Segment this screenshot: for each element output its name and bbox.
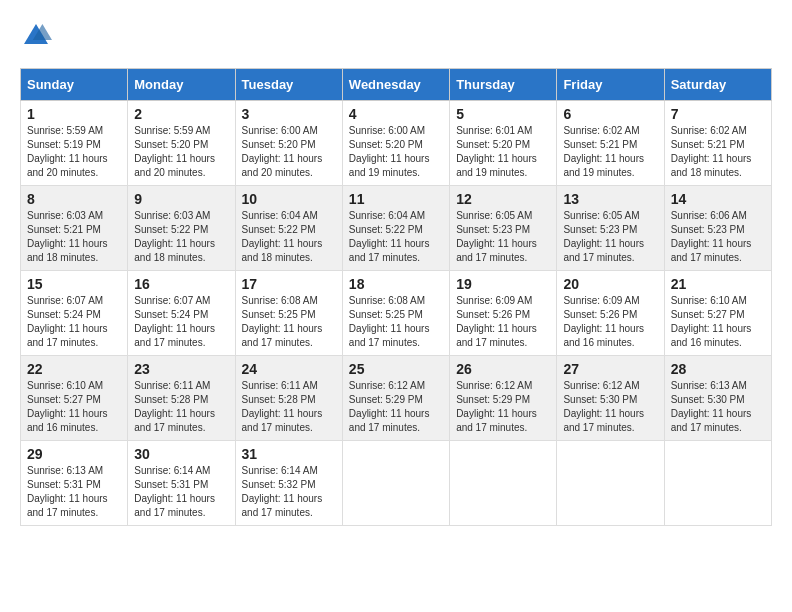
day-number: 27 bbox=[563, 361, 657, 377]
table-row: 15Sunrise: 6:07 AMSunset: 5:24 PMDayligh… bbox=[21, 271, 128, 356]
table-row bbox=[450, 441, 557, 526]
day-info: Sunrise: 6:12 AMSunset: 5:29 PMDaylight:… bbox=[456, 379, 550, 435]
table-row: 11Sunrise: 6:04 AMSunset: 5:22 PMDayligh… bbox=[342, 186, 449, 271]
table-row: 23Sunrise: 6:11 AMSunset: 5:28 PMDayligh… bbox=[128, 356, 235, 441]
day-number: 9 bbox=[134, 191, 228, 207]
day-info: Sunrise: 6:04 AMSunset: 5:22 PMDaylight:… bbox=[242, 209, 336, 265]
col-sunday: Sunday bbox=[21, 69, 128, 101]
table-row: 26Sunrise: 6:12 AMSunset: 5:29 PMDayligh… bbox=[450, 356, 557, 441]
table-row: 20Sunrise: 6:09 AMSunset: 5:26 PMDayligh… bbox=[557, 271, 664, 356]
day-number: 10 bbox=[242, 191, 336, 207]
day-info: Sunrise: 6:09 AMSunset: 5:26 PMDaylight:… bbox=[563, 294, 657, 350]
day-number: 18 bbox=[349, 276, 443, 292]
day-number: 26 bbox=[456, 361, 550, 377]
day-info: Sunrise: 6:05 AMSunset: 5:23 PMDaylight:… bbox=[456, 209, 550, 265]
table-row: 4Sunrise: 6:00 AMSunset: 5:20 PMDaylight… bbox=[342, 101, 449, 186]
col-thursday: Thursday bbox=[450, 69, 557, 101]
table-row: 31Sunrise: 6:14 AMSunset: 5:32 PMDayligh… bbox=[235, 441, 342, 526]
table-row bbox=[342, 441, 449, 526]
day-number: 3 bbox=[242, 106, 336, 122]
day-number: 6 bbox=[563, 106, 657, 122]
day-info: Sunrise: 6:14 AMSunset: 5:32 PMDaylight:… bbox=[242, 464, 336, 520]
day-info: Sunrise: 6:02 AMSunset: 5:21 PMDaylight:… bbox=[563, 124, 657, 180]
day-info: Sunrise: 6:08 AMSunset: 5:25 PMDaylight:… bbox=[242, 294, 336, 350]
table-row: 24Sunrise: 6:11 AMSunset: 5:28 PMDayligh… bbox=[235, 356, 342, 441]
col-friday: Friday bbox=[557, 69, 664, 101]
day-info: Sunrise: 6:08 AMSunset: 5:25 PMDaylight:… bbox=[349, 294, 443, 350]
table-row: 17Sunrise: 6:08 AMSunset: 5:25 PMDayligh… bbox=[235, 271, 342, 356]
table-row: 28Sunrise: 6:13 AMSunset: 5:30 PMDayligh… bbox=[664, 356, 771, 441]
day-number: 14 bbox=[671, 191, 765, 207]
day-number: 13 bbox=[563, 191, 657, 207]
table-row: 6Sunrise: 6:02 AMSunset: 5:21 PMDaylight… bbox=[557, 101, 664, 186]
day-number: 15 bbox=[27, 276, 121, 292]
day-number: 23 bbox=[134, 361, 228, 377]
day-info: Sunrise: 6:05 AMSunset: 5:23 PMDaylight:… bbox=[563, 209, 657, 265]
day-info: Sunrise: 6:02 AMSunset: 5:21 PMDaylight:… bbox=[671, 124, 765, 180]
day-number: 12 bbox=[456, 191, 550, 207]
col-tuesday: Tuesday bbox=[235, 69, 342, 101]
day-info: Sunrise: 6:03 AMSunset: 5:22 PMDaylight:… bbox=[134, 209, 228, 265]
header-row: Sunday Monday Tuesday Wednesday Thursday… bbox=[21, 69, 772, 101]
day-info: Sunrise: 6:01 AMSunset: 5:20 PMDaylight:… bbox=[456, 124, 550, 180]
table-row: 22Sunrise: 6:10 AMSunset: 5:27 PMDayligh… bbox=[21, 356, 128, 441]
day-number: 2 bbox=[134, 106, 228, 122]
day-number: 5 bbox=[456, 106, 550, 122]
calendar-week-row: 29Sunrise: 6:13 AMSunset: 5:31 PMDayligh… bbox=[21, 441, 772, 526]
table-row: 3Sunrise: 6:00 AMSunset: 5:20 PMDaylight… bbox=[235, 101, 342, 186]
day-info: Sunrise: 6:12 AMSunset: 5:30 PMDaylight:… bbox=[563, 379, 657, 435]
table-row: 25Sunrise: 6:12 AMSunset: 5:29 PMDayligh… bbox=[342, 356, 449, 441]
table-row: 21Sunrise: 6:10 AMSunset: 5:27 PMDayligh… bbox=[664, 271, 771, 356]
col-wednesday: Wednesday bbox=[342, 69, 449, 101]
table-row: 13Sunrise: 6:05 AMSunset: 5:23 PMDayligh… bbox=[557, 186, 664, 271]
day-info: Sunrise: 6:07 AMSunset: 5:24 PMDaylight:… bbox=[27, 294, 121, 350]
table-row: 5Sunrise: 6:01 AMSunset: 5:20 PMDaylight… bbox=[450, 101, 557, 186]
page-header bbox=[20, 20, 772, 52]
day-number: 29 bbox=[27, 446, 121, 462]
table-row: 10Sunrise: 6:04 AMSunset: 5:22 PMDayligh… bbox=[235, 186, 342, 271]
day-info: Sunrise: 6:13 AMSunset: 5:31 PMDaylight:… bbox=[27, 464, 121, 520]
day-info: Sunrise: 6:09 AMSunset: 5:26 PMDaylight:… bbox=[456, 294, 550, 350]
table-row: 12Sunrise: 6:05 AMSunset: 5:23 PMDayligh… bbox=[450, 186, 557, 271]
table-row: 27Sunrise: 6:12 AMSunset: 5:30 PMDayligh… bbox=[557, 356, 664, 441]
day-info: Sunrise: 6:10 AMSunset: 5:27 PMDaylight:… bbox=[671, 294, 765, 350]
day-number: 24 bbox=[242, 361, 336, 377]
table-row bbox=[557, 441, 664, 526]
logo bbox=[20, 20, 56, 52]
table-row: 16Sunrise: 6:07 AMSunset: 5:24 PMDayligh… bbox=[128, 271, 235, 356]
calendar-week-row: 8Sunrise: 6:03 AMSunset: 5:21 PMDaylight… bbox=[21, 186, 772, 271]
day-number: 31 bbox=[242, 446, 336, 462]
col-saturday: Saturday bbox=[664, 69, 771, 101]
day-info: Sunrise: 5:59 AMSunset: 5:19 PMDaylight:… bbox=[27, 124, 121, 180]
day-number: 8 bbox=[27, 191, 121, 207]
table-row: 14Sunrise: 6:06 AMSunset: 5:23 PMDayligh… bbox=[664, 186, 771, 271]
day-number: 4 bbox=[349, 106, 443, 122]
table-row: 9Sunrise: 6:03 AMSunset: 5:22 PMDaylight… bbox=[128, 186, 235, 271]
day-info: Sunrise: 6:04 AMSunset: 5:22 PMDaylight:… bbox=[349, 209, 443, 265]
table-row: 19Sunrise: 6:09 AMSunset: 5:26 PMDayligh… bbox=[450, 271, 557, 356]
table-row: 30Sunrise: 6:14 AMSunset: 5:31 PMDayligh… bbox=[128, 441, 235, 526]
day-number: 7 bbox=[671, 106, 765, 122]
day-number: 30 bbox=[134, 446, 228, 462]
calendar-table: Sunday Monday Tuesday Wednesday Thursday… bbox=[20, 68, 772, 526]
day-info: Sunrise: 5:59 AMSunset: 5:20 PMDaylight:… bbox=[134, 124, 228, 180]
day-number: 20 bbox=[563, 276, 657, 292]
table-row: 7Sunrise: 6:02 AMSunset: 5:21 PMDaylight… bbox=[664, 101, 771, 186]
logo-icon bbox=[20, 20, 52, 52]
day-info: Sunrise: 6:11 AMSunset: 5:28 PMDaylight:… bbox=[242, 379, 336, 435]
day-info: Sunrise: 6:12 AMSunset: 5:29 PMDaylight:… bbox=[349, 379, 443, 435]
day-number: 16 bbox=[134, 276, 228, 292]
day-info: Sunrise: 6:13 AMSunset: 5:30 PMDaylight:… bbox=[671, 379, 765, 435]
table-row: 18Sunrise: 6:08 AMSunset: 5:25 PMDayligh… bbox=[342, 271, 449, 356]
day-number: 22 bbox=[27, 361, 121, 377]
day-info: Sunrise: 6:00 AMSunset: 5:20 PMDaylight:… bbox=[242, 124, 336, 180]
day-info: Sunrise: 6:11 AMSunset: 5:28 PMDaylight:… bbox=[134, 379, 228, 435]
table-row: 2Sunrise: 5:59 AMSunset: 5:20 PMDaylight… bbox=[128, 101, 235, 186]
day-number: 19 bbox=[456, 276, 550, 292]
table-row bbox=[664, 441, 771, 526]
day-info: Sunrise: 6:10 AMSunset: 5:27 PMDaylight:… bbox=[27, 379, 121, 435]
day-info: Sunrise: 6:07 AMSunset: 5:24 PMDaylight:… bbox=[134, 294, 228, 350]
day-number: 21 bbox=[671, 276, 765, 292]
day-number: 1 bbox=[27, 106, 121, 122]
day-info: Sunrise: 6:14 AMSunset: 5:31 PMDaylight:… bbox=[134, 464, 228, 520]
